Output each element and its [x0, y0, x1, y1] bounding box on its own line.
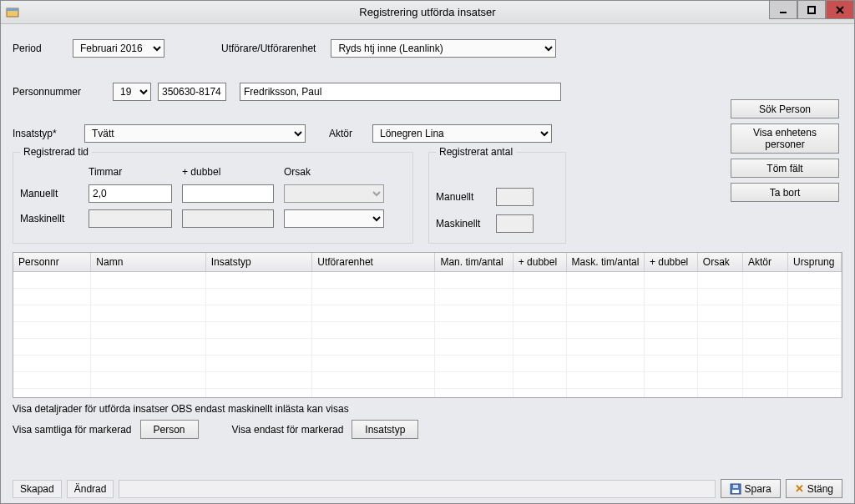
col-dubbel: + dubbel [182, 166, 274, 178]
th-man-tim-antal[interactable]: Man. tim/antal [435, 253, 513, 271]
svg-rect-3 [808, 7, 815, 13]
app-window: Registrering utförda insatser Period Feb… [0, 0, 855, 504]
maskinellt-dubbel-input [182, 209, 274, 228]
reg-tid-legend: Registrerad tid [20, 146, 92, 158]
close-button-label: Stäng [807, 483, 833, 495]
period-label: Period [13, 43, 58, 54]
save-button-label: Spara [745, 483, 772, 495]
show-unit-persons-button[interactable]: Visa enhetens personer [731, 123, 839, 154]
status-changed: Ändrad [67, 480, 114, 498]
table-row[interactable] [13, 272, 842, 289]
insatstyp-detail-button[interactable]: Insatstyp [352, 420, 418, 439]
results-table[interactable]: PersonnrNamnInsatstypUtförarenhetMan. ti… [13, 252, 842, 398]
window-title: Registrering utförda insatser [359, 6, 495, 18]
manuellt-timmar-input[interactable] [89, 184, 172, 203]
detail-heading: Visa detaljrader för utförda insatser OB… [13, 403, 842, 415]
close-icon: ✕ [795, 483, 804, 494]
minimize-button[interactable] [769, 1, 797, 19]
save-button[interactable]: Spara [721, 479, 781, 498]
content-area: Period Februari 2016 Utförare/Utförarenh… [1, 24, 854, 503]
period-select[interactable]: Februari 2016 [73, 39, 164, 58]
remove-button[interactable]: Ta bort [731, 183, 839, 202]
th-akt-r[interactable]: Aktör [743, 253, 788, 271]
table-row[interactable] [13, 372, 842, 389]
close-bottom-button[interactable]: ✕ Stäng [786, 479, 842, 498]
save-icon [730, 483, 741, 495]
svg-rect-1 [7, 8, 18, 11]
time-container: Registrerad tid Timmar + dubbel Orsak Ma… [13, 146, 842, 244]
antal-maskinellt-label: Maskinellt [436, 218, 488, 229]
status-bar: Skapad Ändrad Spara ✕ Stäng [13, 479, 842, 498]
side-buttons: Sök Person Visa enhetens personer Töm fä… [731, 99, 839, 202]
th-insatstyp[interactable]: Insatstyp [206, 253, 313, 271]
manuellt-orsak-select[interactable] [284, 184, 384, 203]
ssn-input[interactable] [158, 83, 226, 101]
th-ursprung[interactable]: Ursprung [788, 253, 842, 271]
all-for-marked-label: Visa samtliga för markerad [13, 424, 132, 436]
antal-manuellt-input [496, 188, 534, 206]
reg-antal-legend: Registrerat antal [436, 146, 516, 158]
col-orsak: Orsak [284, 166, 384, 178]
table-row[interactable] [13, 322, 842, 339]
table-row[interactable] [13, 355, 842, 372]
manuellt-label: Manuellt [20, 188, 78, 199]
person-row: Personnummer 19 [13, 83, 842, 101]
svg-rect-7 [732, 490, 739, 493]
personnummer-label: Personnummer [13, 86, 106, 98]
time-grid: Timmar + dubbel Orsak Manuellt Maskinell… [20, 166, 406, 228]
table-body [13, 272, 842, 398]
antal-grid: Manuellt Maskinellt [436, 166, 559, 233]
person-detail-button[interactable]: Person [140, 420, 199, 439]
aktor-select[interactable]: Lönegren Lina [372, 124, 552, 143]
table-row[interactable] [13, 389, 842, 398]
th--dubbel[interactable]: + dubbel [645, 253, 698, 271]
maskinellt-timmar-input [89, 209, 172, 228]
maskinellt-orsak-select[interactable] [284, 209, 384, 228]
only-for-marked-label: Visa endast för markerad [232, 424, 344, 436]
status-message [119, 480, 715, 498]
th-mask-tim-antal[interactable]: Mask. tim/antal [567, 253, 645, 271]
th--dubbel[interactable]: + dubbel [514, 253, 567, 271]
maskinellt-label: Maskinellt [20, 213, 78, 224]
performer-select[interactable]: Ryds htj inne (Leanlink) [331, 39, 556, 58]
insatstyp-select[interactable]: Tvätt [84, 124, 306, 143]
table-row[interactable] [13, 339, 842, 355]
antal-maskinellt-input [496, 214, 534, 233]
th-orsak[interactable]: Orsak [698, 253, 743, 271]
th-utf-rarenhet[interactable]: Utförarenhet [312, 253, 435, 271]
table-row[interactable] [13, 305, 842, 322]
th-personnr[interactable]: Personnr [13, 253, 91, 271]
reg-antal-fieldset: Registrerat antal Manuellt Maskinellt [428, 146, 566, 244]
top-row: Period Februari 2016 Utförare/Utförarenh… [13, 39, 842, 58]
insatstyp-label: Insatstyp* [13, 128, 76, 139]
clear-fields-button[interactable]: Töm fält [731, 159, 839, 178]
find-person-button[interactable]: Sök Person [731, 99, 839, 118]
window-controls [769, 1, 854, 19]
insatstyp-row: Insatstyp* Tvätt Aktör Lönegren Lina [13, 124, 842, 143]
th-namn[interactable]: Namn [91, 253, 205, 271]
performer-label: Utförare/Utförarenhet [221, 43, 316, 54]
antal-manuellt-label: Manuellt [436, 191, 488, 203]
reg-tid-fieldset: Registrerad tid Timmar + dubbel Orsak Ma… [13, 146, 413, 244]
app-icon [6, 6, 19, 19]
table-header: PersonnrNamnInsatstypUtförarenhetMan. ti… [13, 253, 842, 272]
status-created: Skapad [13, 480, 62, 498]
century-select[interactable]: 19 [113, 83, 151, 101]
detail-panel: Visa detaljrader för utförda insatser OB… [13, 403, 842, 439]
person-name-input[interactable] [240, 83, 561, 101]
table-row[interactable] [13, 289, 842, 305]
close-button[interactable] [826, 1, 854, 19]
maximize-button[interactable] [797, 1, 826, 19]
aktor-label: Aktör [329, 128, 364, 139]
col-timmar: Timmar [89, 166, 172, 178]
svg-rect-8 [733, 485, 738, 488]
titlebar: Registrering utförda insatser [1, 1, 854, 24]
manuellt-dubbel-input[interactable] [182, 184, 274, 203]
